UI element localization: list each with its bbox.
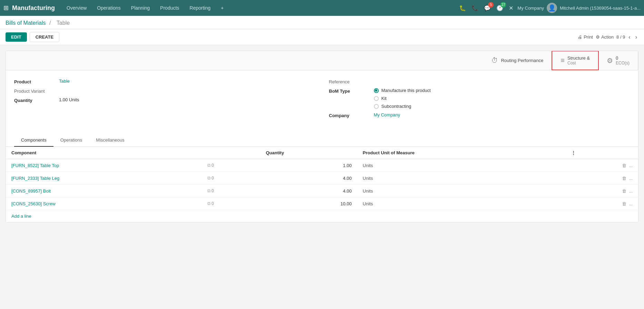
component-name[interactable]: [CONS_89957] Bolt bbox=[6, 185, 202, 197]
comp-count: 0 bbox=[211, 163, 214, 168]
component-name[interactable]: [CONS_25630] Screw bbox=[6, 197, 202, 210]
bom-type-label: BoM Type bbox=[329, 88, 374, 94]
action-label: Action bbox=[601, 34, 614, 40]
breadcrumb-separator: / bbox=[49, 20, 52, 26]
add-line-button[interactable]: Add a line bbox=[6, 210, 37, 222]
avatar[interactable]: 👤 bbox=[547, 3, 557, 13]
nav-reporting[interactable]: Reporting bbox=[185, 3, 216, 13]
component-qty: 1.00 bbox=[260, 159, 357, 172]
prev-page-button[interactable]: ‹ bbox=[627, 33, 632, 41]
grid-icon[interactable]: ⊞ bbox=[3, 4, 9, 12]
component-actions[interactable]: 🗑 ... bbox=[566, 159, 638, 172]
structure-label: Structure & bbox=[567, 55, 590, 61]
form-left-col: Product Table Product Variant Quantity 1… bbox=[14, 79, 315, 122]
company-name[interactable]: My Company bbox=[517, 6, 544, 11]
component-copy: ⧉ 0 bbox=[202, 185, 260, 197]
component-name[interactable]: [FURN_8522] Table Top bbox=[6, 159, 202, 172]
comp-count: 0 bbox=[211, 188, 214, 193]
bom-option-subcontracting[interactable]: Subcontracting bbox=[374, 104, 431, 109]
component-actions[interactable]: 🗑 ... bbox=[566, 172, 638, 185]
chat-icon[interactable]: 💬 5 bbox=[483, 3, 492, 13]
phone-icon[interactable]: 📞 bbox=[470, 3, 480, 13]
table-row: [CONS_25630] Screw ⧉ 0 10.00 Units 🗑 ... bbox=[6, 197, 638, 210]
tab-operations[interactable]: Operations bbox=[53, 134, 89, 147]
nav-planning[interactable]: Planning bbox=[126, 3, 155, 13]
quantity-field-row: Quantity 1.00 Units bbox=[14, 97, 315, 103]
smart-buttons-bar: ⏱ Routing Performance ≡ Structure & Cost… bbox=[6, 51, 638, 70]
product-variant-field-row: Product Variant bbox=[14, 88, 315, 94]
nav-operations[interactable]: Operations bbox=[92, 3, 125, 13]
quantity-label: Quantity bbox=[14, 97, 59, 103]
cost-label: Cost bbox=[567, 61, 590, 65]
delete-icon[interactable]: 🗑 bbox=[622, 201, 626, 206]
component-actions[interactable]: 🗑 ... bbox=[566, 197, 638, 210]
chat-badge: 5 bbox=[488, 2, 494, 8]
delete-icon[interactable]: 🗑 bbox=[622, 176, 626, 181]
component-uom: Units bbox=[357, 197, 566, 210]
nav-overview[interactable]: Overview bbox=[62, 3, 91, 13]
action-button[interactable]: ⚙ Action bbox=[596, 34, 614, 40]
component-actions[interactable]: 🗑 ... bbox=[566, 185, 638, 197]
copy-icon[interactable]: ⧉ bbox=[207, 188, 210, 193]
th-menu[interactable]: ⋮ bbox=[566, 147, 638, 159]
edit-button[interactable]: EDIT bbox=[6, 32, 27, 42]
component-uom: Units bbox=[357, 185, 566, 197]
routing-performance-button[interactable]: ⏱ Routing Performance bbox=[483, 51, 552, 70]
nav-products[interactable]: Products bbox=[155, 3, 184, 13]
pagination: 8 / 9 ‹ › bbox=[616, 33, 638, 41]
next-page-button[interactable]: › bbox=[634, 33, 638, 41]
product-variant-label: Product Variant bbox=[14, 88, 59, 94]
close-icon[interactable]: ✕ bbox=[507, 3, 515, 13]
more-icon[interactable]: ... bbox=[629, 188, 633, 194]
ecos-button[interactable]: ⚙ 0 ECO(s) bbox=[598, 51, 638, 70]
more-icon[interactable]: ... bbox=[629, 201, 633, 206]
structure-cost-button[interactable]: ≡ Structure & Cost bbox=[552, 51, 599, 70]
component-uom: Units bbox=[357, 159, 566, 172]
nav-menu: Overview Operations Planning Products Re… bbox=[62, 3, 458, 13]
breadcrumb-parent[interactable]: Bills of Materials bbox=[6, 20, 46, 26]
bom-subcontracting-label: Subcontracting bbox=[382, 104, 412, 109]
create-button[interactable]: CREATE bbox=[30, 32, 59, 42]
more-icon[interactable]: ... bbox=[629, 176, 633, 181]
th-uom: Product Unit of Measure bbox=[357, 147, 566, 159]
components-table: Component Quantity Product Unit of Measu… bbox=[6, 147, 638, 210]
copy-icon[interactable]: ⧉ bbox=[207, 201, 210, 206]
nav-add[interactable]: + bbox=[216, 3, 228, 13]
breadcrumb-area: Bills of Materials / Table bbox=[0, 16, 644, 29]
component-copy: ⧉ 0 bbox=[202, 172, 260, 185]
component-qty: 4.00 bbox=[260, 172, 357, 185]
toolbar: EDIT CREATE 🖨 Print ⚙ Action 8 / 9 ‹ › bbox=[0, 29, 644, 45]
form-main-row: Product Table Product Variant Quantity 1… bbox=[14, 79, 630, 122]
clock-icon[interactable]: 🕐 27 bbox=[495, 3, 505, 13]
product-value[interactable]: Table bbox=[59, 79, 70, 84]
component-uom: Units bbox=[357, 172, 566, 185]
tab-components[interactable]: Components bbox=[14, 134, 53, 147]
bom-option-manufacture[interactable]: Manufacture this product bbox=[374, 88, 431, 93]
component-name[interactable]: [FURN_2333] Table Leg bbox=[6, 172, 202, 185]
th-component: Component bbox=[6, 147, 202, 159]
delete-icon[interactable]: 🗑 bbox=[622, 163, 626, 168]
quantity-value: 1.00 Units bbox=[59, 97, 79, 102]
pagination-text: 8 / 9 bbox=[616, 34, 625, 40]
company-value[interactable]: My Company bbox=[374, 112, 400, 117]
print-button[interactable]: 🖨 Print bbox=[578, 34, 593, 40]
bug-icon[interactable]: 🐛 bbox=[458, 3, 467, 13]
ecos-gear-icon: ⚙ bbox=[607, 56, 613, 65]
component-qty: 10.00 bbox=[260, 197, 357, 210]
delete-icon[interactable]: 🗑 bbox=[622, 188, 626, 194]
breadcrumb: Bills of Materials / Table bbox=[6, 20, 638, 26]
top-navigation: ⊞ Manufacturing Overview Operations Plan… bbox=[0, 0, 644, 16]
copy-icon[interactable]: ⧉ bbox=[207, 163, 210, 168]
ecos-count: 0 bbox=[616, 55, 630, 61]
more-icon[interactable]: ... bbox=[629, 163, 633, 168]
company-label: Company bbox=[329, 112, 374, 118]
tab-miscellaneous[interactable]: Miscellaneous bbox=[89, 134, 131, 147]
form-body: Product Table Product Variant Quantity 1… bbox=[6, 70, 638, 134]
comp-count: 0 bbox=[211, 201, 214, 206]
routing-icon: ⏱ bbox=[491, 56, 498, 64]
bom-option-kit[interactable]: Kit bbox=[374, 96, 431, 101]
table-row: [FURN_8522] Table Top ⧉ 0 1.00 Units 🗑 .… bbox=[6, 159, 638, 172]
form-right-col: Reference BoM Type Manufacture this prod… bbox=[329, 79, 630, 122]
copy-icon[interactable]: ⧉ bbox=[207, 175, 210, 181]
structure-icon: ≡ bbox=[561, 56, 565, 64]
